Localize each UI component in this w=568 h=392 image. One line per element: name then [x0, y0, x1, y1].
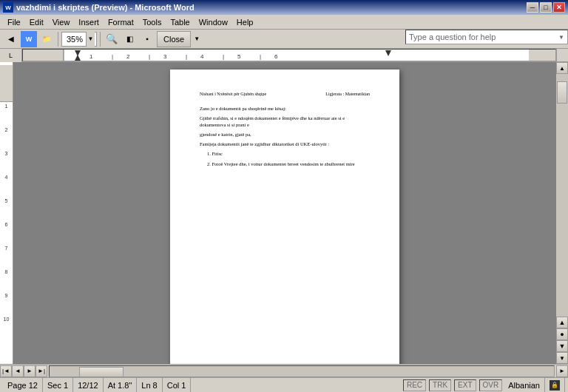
status-language: Albanian — [504, 378, 545, 392]
ruler-mark-6: 6 — [0, 220, 13, 244]
zoom-dropdown-icon[interactable]: ▼ — [86, 32, 95, 47]
scroll-up-button[interactable]: ▲ — [556, 62, 568, 74]
toolbar-btn-new[interactable]: W — [21, 31, 37, 47]
toolbar-btn-magnify[interactable]: 🔍 — [104, 31, 120, 47]
status-bar: Page 12 Sec 1 12/12 At 1.8" Ln 8 Col 1 R… — [0, 377, 568, 392]
menu-bar: File Edit View Insert Format Tools Table… — [0, 15, 568, 30]
svg-rect-1 — [23, 49, 64, 61]
scroll-extra-3[interactable]: ▼ — [556, 340, 568, 352]
scroll-extras: ▲ ● ▼ — [556, 317, 568, 352]
toolbar-btn-open[interactable]: 📁 — [38, 31, 55, 47]
status-at: At 1.8" — [104, 378, 138, 392]
close-preview-button[interactable]: Close — [157, 31, 191, 47]
title-bar-title: W vazhdimi i skriptes (Preview) - Micros… — [3, 2, 195, 13]
svg-text:1: 1 — [89, 53, 93, 60]
ruler-corner: L — [0, 49, 22, 62]
security-lock-icon: 🔒 — [551, 382, 558, 388]
menu-help[interactable]: Help — [232, 16, 258, 28]
close-window-button[interactable]: ✕ — [553, 2, 565, 13]
minimize-button[interactable]: ─ — [527, 2, 538, 13]
toolbar-btn-1[interactable]: ◀ — [3, 31, 19, 47]
toolbar-dropdown-arrow[interactable]: ▼ — [192, 31, 201, 47]
toolbar-sep-2 — [100, 32, 101, 47]
maximize-button[interactable]: □ — [540, 2, 552, 13]
menu-edit[interactable]: Edit — [25, 16, 48, 28]
title-bar: W vazhdimi i skriptes (Preview) - Micros… — [0, 0, 568, 15]
ruler-row: L 1 | 2 | 3 | 4 | 5 | 6 — [0, 49, 568, 62]
svg-text:|: | — [186, 53, 187, 60]
tab-left-button[interactable]: |◄ — [0, 365, 12, 377]
horizontal-scroll-thumb[interactable] — [79, 367, 124, 377]
svg-text:6: 6 — [274, 53, 278, 60]
scroll-extra-1[interactable]: ▲ — [556, 317, 568, 328]
scroll-btns-left: |◄ ◄ ► ►| — [0, 365, 47, 377]
scroll-down-button[interactable]: ▼ — [556, 352, 568, 364]
toolbar-btn-6[interactable]: ▪ — [139, 31, 155, 47]
para-2: Gjithë rrafshin, si e ndoqëm dokumentet … — [200, 115, 370, 128]
menu-view[interactable]: View — [48, 16, 75, 28]
app-icon: W — [3, 2, 13, 13]
vertical-scrollbar[interactable]: ▲ ▲ ● ▼ ▼ — [556, 62, 568, 364]
ruler-mark-3: 3 — [0, 149, 13, 173]
svg-text:5: 5 — [237, 53, 241, 60]
para-1: Zano jo e dokumentit pa shoqërinë me kës… — [200, 105, 370, 112]
ruler-mark-1: 1 — [0, 102, 13, 126]
status-ln: Ln 8 — [137, 378, 162, 392]
horizontal-scrollbar-area: |◄ ◄ ► ►| ► — [0, 364, 568, 377]
zoom-box[interactable]: ▼ — [61, 32, 97, 47]
status-ovr: OVR — [479, 379, 503, 391]
scroll-extra-2[interactable]: ● — [556, 328, 568, 340]
toolbar-sep-1 — [58, 32, 58, 47]
scroll-left-button[interactable]: ◄ — [12, 365, 24, 377]
svg-text:|: | — [149, 53, 150, 60]
scroll-thumb-v[interactable] — [557, 81, 567, 104]
main-area: 1 2 3 4 5 6 7 8 9 10 Nishani i Nxënësit … — [0, 62, 568, 364]
ruler-mark-8: 8 — [0, 268, 13, 291]
menu-format[interactable]: Format — [104, 16, 138, 28]
security-icon: 🔒 — [550, 380, 560, 391]
menu-tools[interactable]: Tools — [138, 16, 166, 28]
help-dropdown-icon[interactable]: ▼ — [558, 34, 564, 41]
scroll-right-button[interactable]: ► — [24, 365, 36, 377]
page-header: Nishani i Nxënësit për Gjuhën shqipe Lig… — [200, 92, 370, 96]
svg-text:4: 4 — [200, 53, 204, 60]
scroll-track-v[interactable] — [556, 74, 568, 317]
svg-text:|: | — [112, 53, 113, 60]
ruler-mark-2: 2 — [0, 126, 13, 149]
status-ext: EXT — [454, 379, 476, 391]
horizontal-scroll-track[interactable] — [49, 365, 555, 377]
status-trk: TRK — [429, 379, 451, 391]
svg-text:|: | — [260, 53, 261, 60]
window-title: vazhdimi i skriptes (Preview) - Microsof… — [16, 3, 195, 12]
help-search[interactable]: Type a question for help ▼ — [405, 30, 568, 44]
ruler-mark-10: 10 — [0, 315, 13, 339]
para-3: gjendosë e katrin, gjatë pa, — [200, 131, 370, 138]
menu-window[interactable]: Window — [195, 16, 232, 28]
ruler-scrollbar-corner — [556, 49, 568, 61]
vertical-ruler: 1 2 3 4 5 6 7 8 9 10 — [0, 62, 13, 364]
ruler-mark-9: 9 — [0, 291, 13, 315]
svg-rect-0 — [23, 49, 555, 61]
svg-rect-2 — [529, 49, 555, 61]
horizontal-ruler: 1 | 2 | 3 | 4 | 5 | 6 — [22, 49, 556, 61]
status-page: Page 12 — [3, 378, 43, 392]
ruler-mark-4: 4 — [0, 173, 13, 197]
zoom-input[interactable] — [64, 35, 86, 44]
menu-file[interactable]: File — [3, 16, 25, 28]
menu-table[interactable]: Table — [166, 16, 194, 28]
page-content: Zano jo e dokumentit pa shoqërinë me kës… — [200, 105, 370, 167]
ruler-mark-5: 5 — [0, 197, 13, 220]
svg-text:2: 2 — [126, 53, 130, 60]
status-rec: REC — [403, 379, 426, 391]
status-page-of: 12/12 — [73, 378, 104, 392]
ruler-svg: 1 | 2 | 3 | 4 | 5 | 6 — [23, 49, 555, 61]
help-placeholder: Type a question for help — [409, 33, 496, 41]
toolbar-btn-5[interactable]: ◧ — [121, 31, 138, 47]
para-4: Famijeja dokumentit janë te zgjidhur dik… — [200, 141, 370, 147]
status-icon: 🔒 — [545, 378, 565, 392]
scroll-right-end-button[interactable]: ► — [556, 365, 568, 377]
tab-right-button[interactable]: ►| — [36, 365, 47, 377]
document-page: Nishani i Nxënësit për Gjuhën shqipe Lig… — [170, 70, 399, 364]
menu-insert[interactable]: Insert — [74, 16, 104, 28]
header-right: Ligjerata : Matematikian — [325, 92, 370, 96]
